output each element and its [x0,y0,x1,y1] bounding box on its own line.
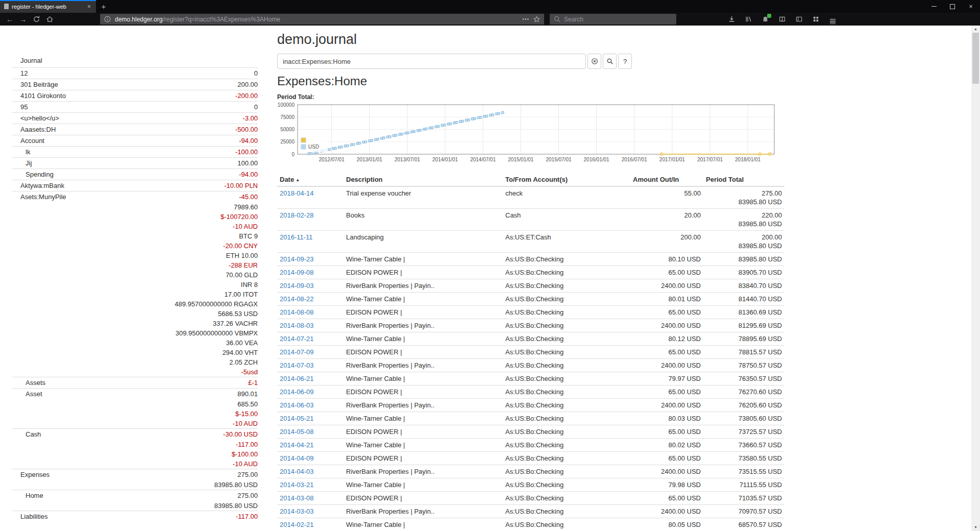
transaction-date-link[interactable]: 2014-08-22 [280,295,314,303]
account-name-link[interactable]: 95 [12,103,254,111]
search-submit-button[interactable] [603,54,617,69]
transaction-date-link[interactable]: 2014-09-08 [280,269,314,276]
transaction-amount: 65.00 USD [630,266,703,279]
transaction-date-link[interactable]: 2014-08-08 [280,308,314,316]
account-name-link[interactable]: Account [12,136,239,145]
transaction-date-link[interactable]: 2018-02-28 [280,211,314,219]
transaction-amount: 2400.00 USD [630,399,703,412]
account-name-link[interactable]: Home [12,491,237,500]
reader-button[interactable] [776,14,788,25]
transaction-description: RiverBank Properties | Payin.. [344,359,503,372]
back-button[interactable]: ← [3,14,16,25]
window-restore-button[interactable] [943,0,962,13]
browser-search-bar[interactable]: Search [550,14,676,25]
column-header-date[interactable]: Date▲ [277,173,344,186]
library-button[interactable] [742,14,754,25]
account-name-link[interactable]: 12 [12,69,254,78]
sidebar-account-row: Asets:MunyPile-45.00 [12,191,258,202]
account-name-link[interactable]: Liabilities [12,512,236,521]
transaction-date-link[interactable]: 2014-07-03 [280,361,314,369]
extension-button[interactable] [759,14,771,25]
account-name-link[interactable]: Asets:MunyPile [12,192,239,201]
scroll-up-icon[interactable]: ▲ [974,27,977,32]
apps-button[interactable] [810,14,822,25]
reload-button[interactable] [30,14,43,25]
transaction-date-link[interactable]: 2014-09-03 [280,282,314,289]
account-name-link[interactable]: Aaasets:DH [12,125,235,134]
transaction-date-link[interactable]: 2018-04-14 [280,189,314,197]
sidebar-balance-line: 294.00 VHT [12,348,258,357]
column-header-account: To/From Account(s) [503,173,630,186]
transaction-date-link[interactable]: 2014-05-08 [280,428,314,436]
transaction-date-link[interactable]: 2014-03-03 [280,508,314,515]
account-name-link[interactable]: Assets [12,378,248,387]
svg-text:2015/07/01: 2015/07/01 [546,157,571,162]
bookmark-star-icon[interactable] [533,15,541,23]
transaction-date-link[interactable]: 2014-06-03 [280,401,314,409]
svg-text:2012/07/01: 2012/07/01 [319,157,345,162]
scrollbar-thumb[interactable] [972,33,979,84]
transaction-account: As:US:Bo:Checking [503,319,630,332]
account-name-link[interactable]: Asset [12,390,237,398]
menu-button[interactable] [826,14,839,25]
url-bar[interactable]: demo.hledger.org/register?q=inacct%3AExp… [100,14,544,25]
help-button[interactable]: ? [618,54,632,69]
transaction-date-link[interactable]: 2014-07-09 [280,348,314,356]
scroll-down-icon[interactable]: ▼ [974,525,977,530]
sidebar-account-row: 4101 Girokonto-200.00 [12,90,258,101]
page-actions-icon[interactable]: ••• [522,16,529,22]
downloads-button[interactable] [725,14,738,25]
svg-text:2013/01/01: 2013/01/01 [357,157,382,162]
browser-tab[interactable]: register - hledger-web × [0,0,96,13]
account-name-link[interactable]: Cash [12,430,223,439]
sidebar-balance-line: 489.957000000000 RGAGX [12,299,258,309]
account-name-link[interactable]: 4101 Girokonto [12,91,235,100]
clear-query-button[interactable] [587,54,601,69]
transaction-date-link[interactable]: 2014-08-03 [280,322,314,329]
site-info-icon[interactable] [104,15,111,23]
url-domain: demo.hledger.org [115,16,162,23]
transaction-amount: 65.00 USD [630,492,703,505]
sidebar-toggle-button[interactable] [793,14,805,25]
transaction-date-link[interactable]: 2014-02-21 [280,521,314,528]
transaction-date-link[interactable]: 2014-03-08 [280,494,314,502]
tab-close-icon[interactable]: × [86,3,92,10]
transaction-date-link[interactable]: 2014-07-21 [280,335,314,343]
account-name-link[interactable]: 301 Beiträge [12,80,237,89]
account-name-link[interactable]: lk [12,148,235,156]
home-button[interactable] [43,14,56,25]
account-name-link[interactable]: Aktywa:mBank [12,181,224,190]
register-table: Date▲ Description To/From Account(s) Amo… [277,173,785,531]
svg-text:2014/01/01: 2014/01/01 [432,157,458,162]
window-minimize-button[interactable] [925,0,943,13]
transaction-date-link[interactable]: 2016-11-11 [280,233,313,241]
transaction-account: As:US:Bo:Checking [503,266,630,279]
sidebar-journal-link[interactable]: Journal [12,55,258,67]
account-balance: 275.00 [237,470,258,479]
new-tab-button[interactable]: + [96,0,111,13]
transaction-date-link[interactable]: 2014-09-23 [280,255,314,263]
transaction-date-link[interactable]: 2014-04-03 [280,468,314,475]
window-close-button[interactable]: × [962,0,980,13]
transaction-date-link[interactable]: 2014-06-21 [280,375,314,382]
sidebar-account-row: Cash-30.00 USD [12,428,258,440]
account-balance: $-15.00 [235,409,258,418]
transaction-date-link[interactable]: 2014-04-21 [280,441,314,449]
transaction-date-link[interactable]: 2014-06-09 [280,388,314,396]
account-name-link[interactable]: Expenses [12,470,237,479]
forward-button[interactable]: → [16,14,30,25]
account-name-link[interactable]: Jij [12,159,237,167]
transaction-date-link[interactable]: 2014-04-09 [280,454,314,462]
sidebar-balance-line: -5usd [12,367,258,377]
transaction-description: EDISON POWER | [344,452,503,465]
account-balance: -45.00 [239,192,258,201]
transaction-date-link[interactable]: 2014-03-21 [280,481,314,489]
period-total-cell: 73515.55 USD [703,465,785,478]
register-row: 2014-04-09EDISON POWER |As:US:Bo:Checkin… [277,452,785,465]
page-scrollbar[interactable]: ▲ ▼ [971,26,980,531]
url-text[interactable]: demo.hledger.org/register?q=inacct%3AExp… [115,16,519,23]
query-input[interactable] [277,54,586,69]
account-name-link[interactable]: Spending [12,170,239,179]
account-name-link[interactable]: <u>hello</u> [12,114,242,123]
transaction-date-link[interactable]: 2014-05-21 [280,415,314,422]
